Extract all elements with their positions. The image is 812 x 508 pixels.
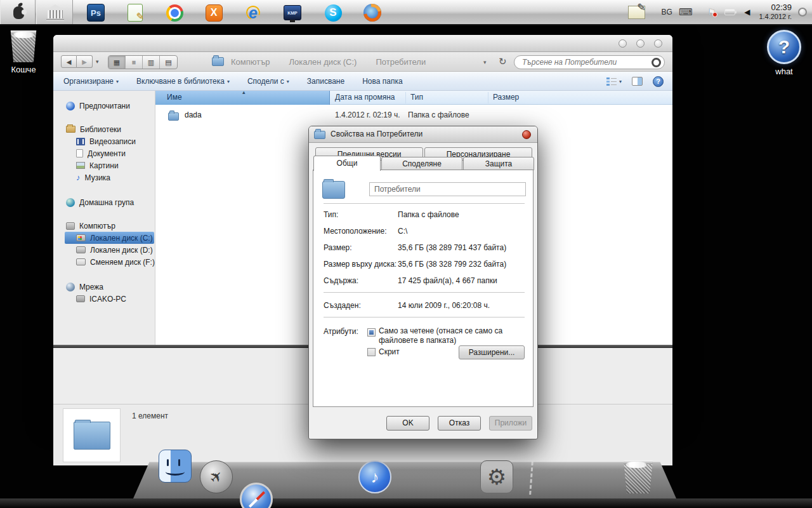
column-header-name[interactable]: Име▴ — [155, 91, 330, 105]
sidebar-item-disk-d[interactable]: Локален диск (D:) — [76, 244, 153, 256]
preview-pane-button[interactable] — [632, 77, 643, 86]
notepad-plus-icon[interactable]: ✎ — [126, 3, 145, 22]
tab-security[interactable]: Защита — [463, 157, 534, 170]
clock[interactable]: 02:39 1.4.2012 г. — [759, 3, 792, 22]
xampp-label: X — [211, 7, 218, 18]
view-coverflow-button[interactable]: ▤ — [160, 56, 177, 69]
sidebar-item-disk-f[interactable]: Сменяем диск (F:) — [76, 256, 155, 268]
sidebar-item-music[interactable]: ♪Музика — [76, 171, 110, 184]
hidden-checkbox[interactable] — [367, 348, 376, 356]
refresh-icon[interactable]: ↻ — [499, 56, 507, 67]
dock-floor — [0, 498, 812, 508]
question-ball-icon: ? — [767, 30, 801, 64]
speaker-icon[interactable]: ◀ — [744, 8, 750, 17]
tab-general[interactable]: Общи — [313, 156, 381, 171]
view-list-button[interactable]: ≡ — [126, 56, 143, 69]
itunes-icon[interactable]: ♪ — [358, 460, 391, 493]
search-input[interactable] — [522, 58, 648, 67]
clock-date: 1.4.2012 г. — [759, 13, 792, 22]
apple-menu-icon[interactable] — [9, 3, 28, 22]
xampp-icon[interactable]: X — [204, 3, 223, 22]
action-center-flag-icon[interactable]: ⚑ — [708, 7, 716, 17]
history-dropdown[interactable]: ▾ — [96, 58, 99, 65]
menubar: Ps ✎ X e KMP S ✎ BG ⌨ ⚑ ◀ 02:39 1.4.2012… — [0, 0, 812, 25]
search-icon[interactable] — [652, 58, 661, 67]
trash-basket-icon — [10, 30, 37, 62]
photoshop-icon[interactable]: Ps — [86, 3, 105, 22]
selection-thumbnail — [63, 408, 121, 462]
advanced-button[interactable]: Разширени... — [459, 345, 525, 359]
breadcrumb-computer[interactable]: Компютър — [231, 57, 270, 67]
help-button[interactable]: ? — [653, 76, 664, 87]
computer-icon — [66, 222, 75, 230]
chevron-down-icon: ▾ — [116, 79, 119, 84]
sidebar-item-homegroup[interactable]: Домашна група — [66, 196, 134, 208]
file-row-dada[interactable]: dada 1.4.2012 г. 02:19 ч. Папка с файлов… — [155, 109, 672, 123]
sidebar-item-pictures[interactable]: Картини — [76, 159, 119, 171]
include-in-library-menu[interactable]: Включване в библиотека▾ — [136, 77, 230, 86]
notes-tray-icon[interactable]: ✎ — [628, 6, 645, 19]
cancel-button[interactable]: Отказ — [438, 416, 481, 431]
sidebar-item-documents[interactable]: Документи — [76, 147, 126, 159]
internet-explorer-icon[interactable]: e — [244, 3, 263, 22]
change-view-button[interactable]: ▾ — [606, 77, 622, 86]
chevron-down-icon: ▾ — [227, 79, 230, 84]
system-preferences-icon[interactable]: ⚙ — [480, 460, 513, 493]
sidebar-item-network-pc[interactable]: ICAKO-PC — [76, 293, 126, 305]
address-dropdown[interactable]: ▾ — [483, 59, 487, 65]
finder-icon[interactable] — [159, 450, 192, 483]
sidebar-item-disk-c[interactable]: Локален диск (C:) — [65, 232, 154, 244]
drive-d-icon — [76, 246, 86, 253]
desktop-what-icon[interactable]: ? what — [762, 30, 806, 76]
power-icon[interactable] — [724, 9, 735, 15]
skype-icon[interactable]: S — [324, 3, 343, 22]
share-with-menu[interactable]: Сподели с▾ — [247, 77, 289, 86]
sidebar-item-network[interactable]: Мрежа — [66, 281, 103, 293]
dialog-close-button[interactable] — [522, 130, 531, 139]
breadcrumb-folder-icon — [212, 57, 224, 66]
command-toolbar: Организиране▾ Включване в библиотека▾ Сп… — [53, 72, 672, 91]
column-header-size[interactable]: Размер — [493, 93, 519, 102]
show-desktop-button[interactable] — [798, 8, 807, 17]
explorer-titlebar[interactable] — [53, 35, 672, 52]
general-tab-panel: Тип:Папка с файлове Местоположение:C:\ Р… — [313, 170, 534, 407]
launcher-icon[interactable] — [46, 3, 65, 22]
column-header-type[interactable]: Тип — [410, 93, 423, 102]
firefox-icon[interactable] — [363, 3, 382, 22]
readonly-checkbox[interactable] — [367, 328, 376, 337]
breadcrumb-folder[interactable]: Потребители — [376, 57, 426, 67]
desktop-trash-icon[interactable]: Кошче — [1, 30, 46, 74]
apply-button[interactable]: Приложи — [489, 416, 532, 431]
dialog-footer: OK Отказ Приложи — [309, 409, 537, 439]
sidebar-item-favorites[interactable]: Предпочитани — [66, 100, 130, 112]
tab-sharing[interactable]: Споделяне — [381, 157, 462, 170]
organize-menu[interactable]: Организиране▾ — [63, 77, 119, 86]
view-columns-button[interactable]: ▥ — [143, 56, 160, 69]
sidebar-item-videos[interactable]: Видеозаписи — [76, 135, 136, 147]
new-folder-button[interactable]: Нова папка — [362, 77, 402, 86]
column-header-date[interactable]: Дата на промяна — [335, 93, 395, 102]
close-button[interactable] — [654, 39, 662, 48]
burn-button[interactable]: Записване — [307, 77, 344, 86]
view-grid-button[interactable]: ▦ — [108, 56, 126, 69]
maximize-button[interactable] — [636, 39, 645, 48]
dialog-titlebar[interactable]: Свойства на Потребители — [309, 126, 537, 143]
property-row-created: Създаден:14 юли 2009 г., 06:20:08 ч. — [324, 301, 527, 310]
keyboard-icon[interactable]: ⌨ — [679, 6, 693, 18]
forward-button[interactable]: ▶ — [77, 55, 93, 68]
ok-button[interactable]: OK — [386, 416, 429, 431]
launchpad-rocket-icon[interactable]: ✈ — [200, 460, 233, 493]
breadcrumb-drive[interactable]: Локален диск (C:) — [289, 57, 357, 67]
sidebar-item-libraries[interactable]: Библиотеки — [66, 123, 121, 135]
kmplayer-icon[interactable]: KMP — [283, 3, 302, 22]
language-indicator[interactable]: BG — [662, 8, 672, 17]
folder-name-input[interactable] — [369, 182, 526, 196]
minimize-button[interactable] — [619, 39, 627, 48]
back-button[interactable]: ◀ — [61, 55, 77, 68]
dock-trash-icon[interactable] — [622, 460, 655, 493]
property-row-size: Размер:35,6 ГБ (38 289 791 437 байта) — [324, 243, 527, 252]
sidebar-item-computer[interactable]: Компютър — [66, 220, 115, 232]
trash-label: Кошче — [1, 65, 46, 74]
navigation-bar: ◀ ▶ ▾ ▦ ≡ ▥ ▤ Компютър Локален диск (C:)… — [53, 52, 672, 72]
chrome-icon[interactable] — [165, 3, 184, 22]
